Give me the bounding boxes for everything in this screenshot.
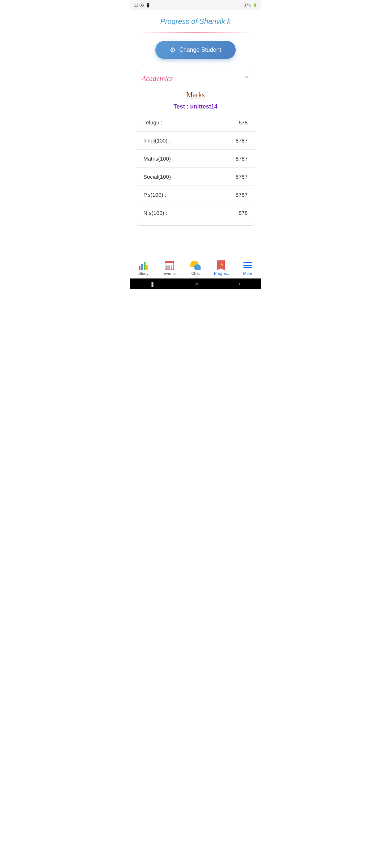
main-content: Progress of Shanvik k ⚙ Change Student A… xyxy=(130,10,261,257)
change-student-button[interactable]: ⚙ Change Student xyxy=(155,41,236,59)
page-title: Progress of Shanvik k xyxy=(134,17,257,26)
hamburger-line-2 xyxy=(243,265,252,266)
subject-row: N.s(100) :878 xyxy=(136,204,255,222)
nav-item-events[interactable]: Events xyxy=(156,259,182,277)
chat-bubble-wrap xyxy=(190,261,201,270)
subject-name: P.s(100) : xyxy=(143,192,166,198)
nav-item-chat[interactable]: Chat xyxy=(182,259,209,277)
subject-name: N.s(100) : xyxy=(143,210,167,216)
subject-marks: 8787 xyxy=(236,192,248,198)
events-icon xyxy=(164,260,175,271)
hamburger-line-1 xyxy=(243,262,252,263)
bar1 xyxy=(139,266,140,270)
subject-marks: 8787 xyxy=(236,137,248,144)
subject-marks: 8787 xyxy=(236,156,248,162)
academics-section: Academics ⌃ Marks Test : unittest14 Telu… xyxy=(136,70,255,226)
marks-heading: Marks xyxy=(136,91,255,99)
status-right: 37% 🔋 xyxy=(244,3,257,7)
chevron-up-icon: ⌃ xyxy=(244,75,249,83)
subject-name: Social(100) : xyxy=(143,174,174,180)
subject-row: P.s(100) :8787 xyxy=(136,186,255,204)
hamburger-line-3 xyxy=(243,267,252,268)
progress-star-icon: ★ xyxy=(220,262,224,267)
study-icon xyxy=(138,260,148,271)
marks-section: Marks Test : unittest14 Telugu :678hindi… xyxy=(136,87,255,225)
nav-item-progress[interactable]: ★ Progre... xyxy=(209,259,235,277)
study-label: Study xyxy=(138,271,148,276)
header-divider xyxy=(138,32,253,33)
chat-label: Chat xyxy=(191,271,199,276)
status-time: 12:05 xyxy=(134,3,144,7)
bar3 xyxy=(144,262,146,270)
nav-item-more[interactable]: More xyxy=(235,259,261,277)
chat-icon xyxy=(190,260,201,271)
subjects-container: Telugu :678hindi(100) :8787Maths(100) :8… xyxy=(136,114,255,222)
page-header: Progress of Shanvik k xyxy=(130,10,261,29)
subject-row: Telugu :678 xyxy=(136,114,255,132)
android-nav-bar: ||| ○ ‹ xyxy=(130,278,261,289)
cal-grid xyxy=(166,265,173,269)
study-bars xyxy=(139,261,148,270)
subject-name: Maths(100) : xyxy=(143,156,174,162)
status-bar: 12:05 📱 37% 🔋 xyxy=(130,0,261,10)
progress-label: Progre... xyxy=(214,271,229,276)
chat-bubble-blue xyxy=(194,264,201,270)
home-button[interactable]: ○ xyxy=(195,281,198,287)
bar4 xyxy=(146,265,148,270)
back-button[interactable]: ‹ xyxy=(239,281,240,287)
change-student-section: ⚙ Change Student xyxy=(130,35,261,68)
change-student-label: Change Student xyxy=(179,47,221,53)
subject-name: hindi(100) : xyxy=(143,137,171,144)
battery-indicator: 37% xyxy=(244,3,251,7)
whatsapp-icon: 📱 xyxy=(146,3,151,8)
progress-icon-wrap: ★ xyxy=(217,260,226,271)
subject-row: Social(100) :8787 xyxy=(136,168,255,186)
battery-icon: 🔋 xyxy=(253,3,257,7)
academics-title: Academics xyxy=(142,75,173,83)
calendar-wrap xyxy=(165,261,174,270)
more-icon xyxy=(243,260,253,271)
bottom-nav: Study Events xyxy=(130,257,261,278)
subject-marks: 8787 xyxy=(236,174,248,180)
events-label: Events xyxy=(163,271,176,276)
subject-row: hindi(100) :8787 xyxy=(136,132,255,150)
test-label: Test : unittest14 xyxy=(136,103,255,110)
subject-name: Telugu : xyxy=(143,119,163,125)
subject-marks: 878 xyxy=(239,210,248,216)
nav-item-study[interactable]: Study xyxy=(130,259,156,277)
cal-body xyxy=(165,262,174,270)
gear-icon: ⚙ xyxy=(170,46,176,54)
more-label: More xyxy=(243,271,252,276)
subject-row: Maths(100) :8787 xyxy=(136,150,255,168)
subject-marks: 678 xyxy=(239,119,248,125)
academics-header[interactable]: Academics ⌃ xyxy=(136,70,255,87)
status-left: 12:05 📱 xyxy=(134,3,151,8)
recent-apps-button[interactable]: ||| xyxy=(151,281,155,287)
hamburger-wrap xyxy=(243,262,252,268)
progress-icon: ★ xyxy=(216,260,227,271)
bar2 xyxy=(141,264,143,270)
